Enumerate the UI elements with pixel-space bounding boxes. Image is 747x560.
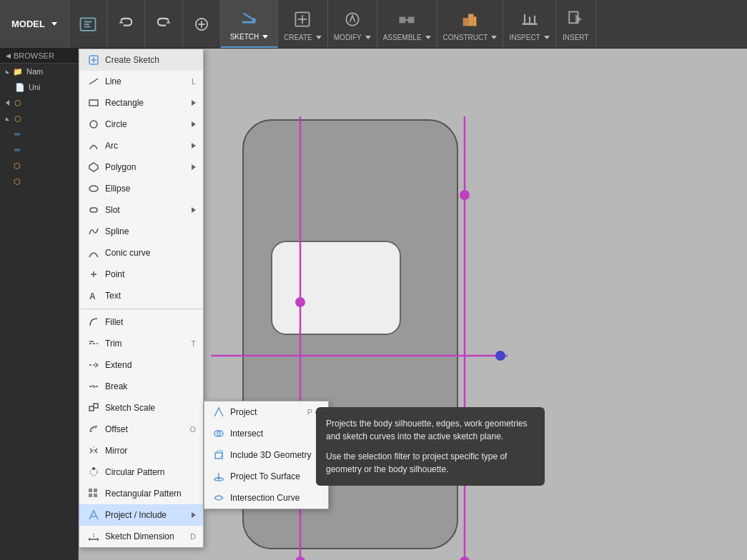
tree-item-8[interactable]: ⬡	[0, 174, 78, 189]
mirror-icon	[86, 444, 101, 458]
submenu-intersect[interactable]: Intersect	[204, 423, 328, 444]
svg-rect-19	[463, 18, 469, 26]
tree-item-6[interactable]: ✏	[0, 142, 78, 158]
menu-trim[interactable]: Trim T	[79, 333, 203, 354]
project-include-arrow	[192, 512, 196, 518]
svg-rect-67	[94, 494, 97, 497]
project-include-icon	[86, 508, 101, 522]
arc-label: Arc	[105, 141, 189, 151]
point-icon	[86, 267, 101, 281]
toolbar-insert[interactable]: INSERT	[556, 0, 596, 48]
sketch-scale-label: Sketch Scale	[105, 403, 196, 413]
fillet-label: Fillet	[105, 317, 196, 327]
menu-line[interactable]: Line L	[79, 71, 203, 92]
text-label: Text	[105, 291, 196, 301]
fillet-icon	[86, 315, 101, 329]
svg-point-46	[89, 186, 98, 191]
svg-rect-30	[272, 241, 400, 334]
svg-marker-45	[89, 163, 98, 171]
tree-item-7[interactable]: ⬡	[0, 158, 78, 174]
modify-label: MODIFY	[334, 34, 371, 41]
toolbar-undo[interactable]	[107, 0, 145, 48]
submenu-project-to-surface[interactable]: Project To Surface	[204, 466, 328, 487]
menu-offset[interactable]: Offset O	[79, 419, 203, 440]
inspect-icon	[517, 6, 543, 32]
tree-item-5[interactable]: ✏	[0, 126, 78, 142]
rectangular-pattern-icon	[86, 486, 101, 501]
tree-item-4[interactable]: ⬡	[0, 111, 78, 126]
tooltip-box: Projects the body silhouette, edges, wor…	[316, 407, 545, 486]
menu-rectangle[interactable]: Rectangle	[79, 92, 203, 114]
menu-rectangular-pattern[interactable]: Rectangular Pattern	[79, 483, 203, 504]
menu-sketch-scale[interactable]: Sketch Scale	[79, 397, 203, 419]
menu-arc[interactable]: Arc	[79, 135, 203, 156]
conic-icon	[86, 246, 101, 260]
tree-label-2: Uni	[29, 83, 41, 91]
menu-text[interactable]: A Text	[79, 285, 203, 306]
menu-circle[interactable]: Circle	[79, 114, 203, 135]
toolbar-back[interactable]	[69, 0, 107, 48]
tree-item-1[interactable]: 📁 Nam	[0, 64, 78, 79]
toolbar-add[interactable]	[183, 0, 221, 48]
tree-item-3[interactable]: ⬡	[0, 95, 78, 111]
back-icon	[75, 11, 101, 37]
svg-rect-60	[94, 404, 98, 408]
menu-polygon[interactable]: Polygon	[79, 156, 203, 178]
toolbar-construct[interactable]: CONSTRUCT	[437, 0, 504, 48]
toolbar-assemble[interactable]: ASSEMBLE	[377, 0, 437, 48]
main-toolbar: MODEL SKETCH	[0, 0, 747, 49]
tree-item-2[interactable]: 📄 Uni	[0, 79, 78, 95]
create-sketch-icon	[86, 53, 101, 67]
sketch-section-label: SKETCH	[230, 33, 269, 41]
svg-point-34	[460, 190, 470, 200]
svg-line-55	[95, 365, 98, 367]
menu-project-include[interactable]: Project / Include	[79, 504, 203, 526]
project-to-surface-icon	[212, 469, 226, 484]
menu-conic[interactable]: Conic curve	[79, 242, 203, 264]
text-icon: A	[86, 289, 101, 303]
menu-extend[interactable]: Extend	[79, 354, 203, 376]
arc-icon	[86, 139, 101, 153]
submenu-intersection-curve[interactable]: Intersection Curve	[204, 487, 328, 509]
model-dropdown-icon	[51, 22, 57, 26]
undo-icon	[113, 11, 139, 37]
toolbar-create[interactable]: CREATE	[278, 0, 328, 48]
menu-mirror[interactable]: Mirror	[79, 440, 203, 461]
model-button[interactable]: MODEL	[0, 0, 69, 48]
menu-circular-pattern[interactable]: Circular Pattern	[79, 461, 203, 483]
menu-spline[interactable]: Spline	[79, 221, 203, 242]
submenu-include-3d[interactable]: Include 3D Geometry	[204, 444, 328, 466]
tri-icon3	[6, 117, 9, 121]
extend-label: Extend	[105, 360, 196, 370]
menu-ellipse[interactable]: Ellipse	[79, 178, 203, 199]
svg-marker-78	[217, 477, 221, 480]
menu-create-sketch[interactable]: Create Sketch	[79, 49, 203, 71]
toolbar-modify[interactable]: MODIFY	[328, 0, 377, 48]
menu-sketch-dimension[interactable]: Sketch Dimension D	[79, 526, 203, 547]
extend-icon	[86, 358, 101, 372]
toolbar-sketch[interactable]: SKETCH	[221, 0, 278, 48]
toolbar-inspect[interactable]: INSPECT	[503, 0, 555, 48]
assemble-label: ASSEMBLE	[383, 34, 431, 41]
menu-slot[interactable]: Slot	[79, 199, 203, 221]
intersection-curve-icon	[212, 491, 226, 505]
mirror-label: Mirror	[105, 446, 196, 456]
svg-point-44	[90, 121, 97, 128]
assemble-icon	[394, 6, 420, 32]
insert-label: INSERT	[563, 34, 589, 41]
browser-label: BROWSER	[14, 51, 54, 60]
project-include-label: Project / Include	[105, 510, 189, 520]
body-icon: ⬡	[12, 97, 24, 109]
svg-rect-59	[89, 406, 94, 411]
svg-rect-9	[242, 21, 256, 24]
construct-arrow	[491, 36, 497, 39]
toolbar-redo[interactable]	[145, 0, 183, 48]
menu-break[interactable]: Break	[79, 376, 203, 397]
menu-point[interactable]: Point	[79, 264, 203, 285]
intersect-icon	[212, 426, 226, 441]
menu-fillet[interactable]: Fillet	[79, 311, 203, 333]
offset-icon	[86, 422, 101, 436]
ellipse-icon	[86, 181, 101, 196]
submenu-project[interactable]: Project P ↵	[204, 401, 328, 423]
sketch-scale-icon	[86, 401, 101, 415]
